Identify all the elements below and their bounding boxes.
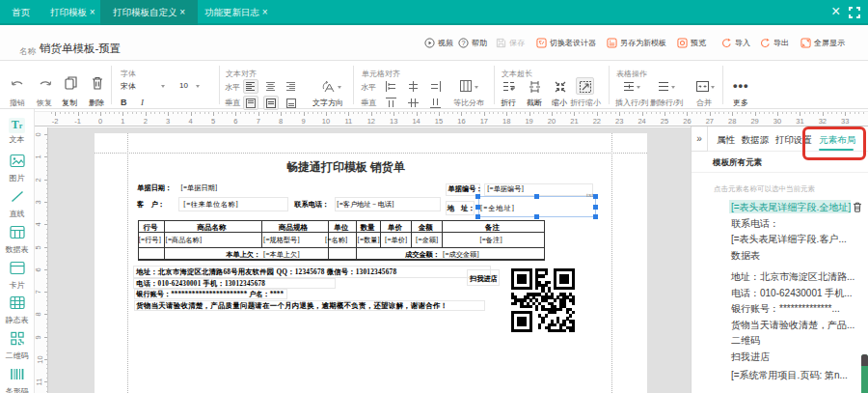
- svg-text:?: ?: [461, 39, 465, 47]
